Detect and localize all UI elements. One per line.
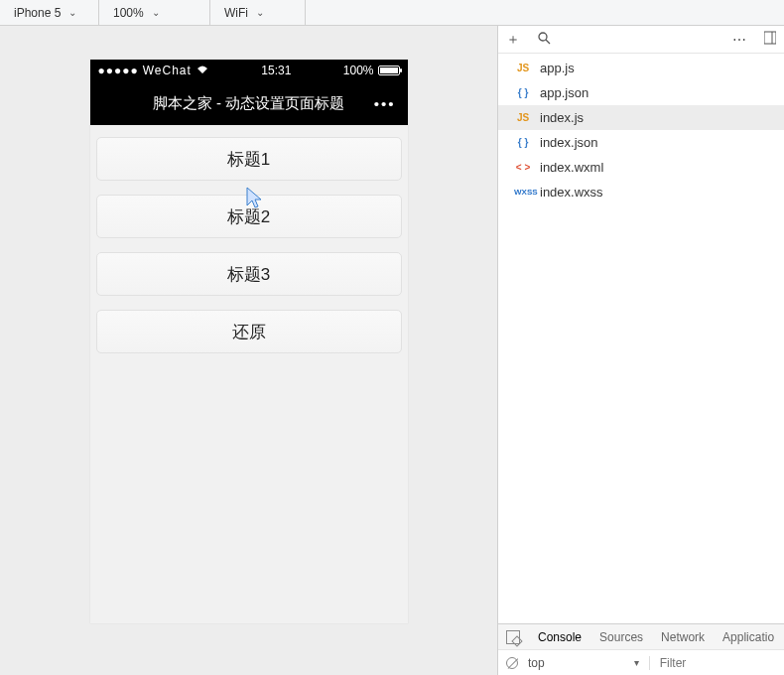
tab-sources[interactable]: Sources	[599, 630, 643, 644]
filter-input[interactable]	[660, 656, 749, 670]
button-label: 标题2	[227, 205, 270, 228]
file-toolbar: ＋ ⋯	[498, 26, 784, 54]
svg-line-1	[546, 40, 550, 44]
context-label: top	[528, 656, 545, 670]
battery-pct: 100%	[343, 64, 374, 77]
json-file-icon: { }	[514, 87, 532, 98]
file-item[interactable]: { }app.json	[498, 80, 784, 105]
tab-network[interactable]: Network	[661, 630, 705, 644]
chevron-down-icon: ⌄	[68, 7, 76, 18]
status-bar: ●●●●● WeChat 15:31 100%	[90, 60, 408, 81]
phone-frame: ●●●●● WeChat 15:31 100% 脚本之家 - 动态设置页面标题 …	[90, 60, 408, 623]
button-label: 标题3	[227, 263, 270, 286]
right-panel: ＋ ⋯ JSapp.js{ }app.jsonJSindex.js{ }inde…	[498, 26, 784, 675]
simulator-panel: ●●●●● WeChat 15:31 100% 脚本之家 - 动态设置页面标题 …	[0, 26, 498, 675]
button-label: 标题1	[227, 148, 270, 171]
status-left: ●●●●● WeChat	[98, 64, 209, 77]
nav-bar: 脚本之家 - 动态设置页面标题 •••	[90, 81, 408, 125]
battery-icon	[378, 66, 400, 75]
page-title: 脚本之家 - 动态设置页面标题	[153, 94, 344, 113]
title3-button[interactable]: 标题3	[96, 252, 402, 296]
clear-console-icon[interactable]	[506, 657, 518, 669]
file-item[interactable]: { }index.json	[498, 130, 784, 155]
title2-button[interactable]: 标题2	[96, 195, 402, 238]
status-right: 100%	[343, 64, 400, 77]
wifi-icon	[196, 64, 209, 77]
context-select[interactable]: top ▾	[528, 656, 650, 670]
file-name: app.json	[540, 85, 588, 100]
tab-application[interactable]: Applicatio	[722, 630, 774, 644]
file-item[interactable]: JSapp.js	[498, 56, 784, 80]
devtools-tab-bar: Console Sources Network Applicatio	[498, 623, 784, 649]
wxss-file-icon: WXSS	[514, 188, 532, 197]
chevron-down-icon: ⌄	[152, 7, 160, 18]
element-picker-icon[interactable]	[506, 630, 520, 644]
button-label: 还原	[232, 321, 266, 343]
network-select[interactable]: WiFi ⌄	[210, 0, 306, 25]
zoom-select[interactable]: 100% ⌄	[99, 0, 210, 25]
svg-point-0	[539, 33, 547, 41]
file-name: index.json	[540, 135, 598, 150]
file-name: index.js	[540, 110, 584, 125]
top-toolbar: iPhone 5 ⌄ 100% ⌄ WiFi ⌄	[0, 0, 784, 26]
zoom-select-label: 100%	[113, 6, 144, 20]
file-name: index.wxss	[540, 185, 603, 200]
more-icon[interactable]: •••	[374, 95, 396, 112]
status-time: 15:31	[261, 64, 291, 77]
file-item[interactable]: JSindex.js	[498, 105, 784, 130]
reset-button[interactable]: 还原	[96, 310, 402, 353]
file-item[interactable]: WXSSindex.wxss	[498, 180, 784, 204]
more-horiz-icon[interactable]: ⋯	[732, 32, 746, 48]
search-icon[interactable]	[538, 32, 551, 48]
file-name: app.js	[540, 61, 575, 75]
file-item[interactable]: < >index.wxml	[498, 155, 784, 180]
json-file-icon: { }	[514, 137, 532, 148]
network-select-label: WiFi	[224, 6, 248, 20]
title1-button[interactable]: 标题1	[96, 137, 402, 181]
add-icon[interactable]: ＋	[506, 31, 520, 49]
wxml-file-icon: < >	[514, 162, 532, 173]
carrier-label: WeChat	[143, 64, 192, 77]
svg-rect-2	[764, 32, 776, 44]
signal-dots-icon: ●●●●●	[98, 64, 139, 77]
file-list: JSapp.js{ }app.jsonJSindex.js{ }index.js…	[498, 54, 784, 623]
device-select[interactable]: iPhone 5 ⌄	[0, 0, 99, 25]
js-file-icon: JS	[514, 112, 532, 123]
dropdown-icon: ▾	[634, 657, 639, 668]
js-file-icon: JS	[514, 63, 532, 73]
panel-toggle-icon[interactable]	[764, 31, 776, 48]
chevron-down-icon: ⌄	[256, 7, 264, 18]
device-select-label: iPhone 5	[14, 6, 61, 20]
tab-console[interactable]: Console	[538, 630, 582, 644]
file-name: index.wxml	[540, 160, 603, 175]
console-filter-bar: top ▾	[498, 649, 784, 675]
page-body: 标题1 标题2 标题3 还原	[90, 125, 408, 623]
